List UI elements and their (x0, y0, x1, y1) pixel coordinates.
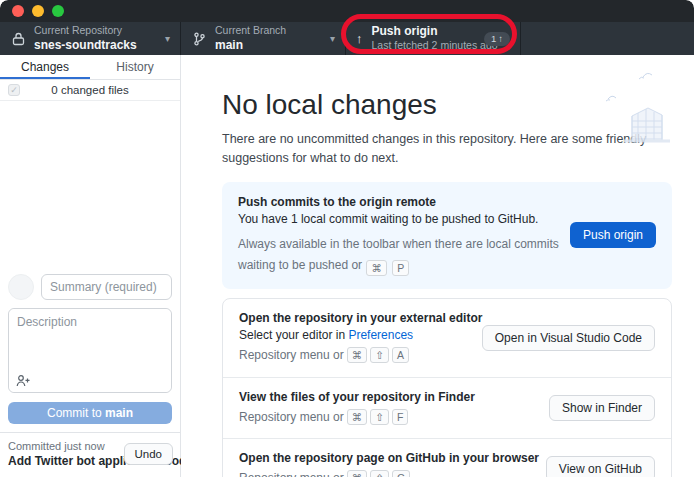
suggestion-card-push: Push commits to the origin remote You ha… (222, 182, 672, 289)
branch-name: main (215, 38, 324, 53)
commit-form: Commit to main (0, 266, 180, 432)
preferences-link[interactable]: Preferences (348, 328, 413, 342)
git-branch-icon (191, 32, 207, 46)
chevron-down-icon: ▾ (165, 33, 170, 44)
push-origin-button[interactable]: Push origin (570, 222, 656, 248)
toolbar: Current Repository snes-soundtracks ▾ Cu… (0, 22, 694, 55)
repository-label: Current Repository (34, 24, 159, 37)
changed-files-row: ✓ 0 changed files (0, 80, 180, 101)
push-origin-toolbar-button[interactable]: ↑ Push origin Last fetched 2 minutes ago… (346, 22, 521, 55)
row-body-text: Select your editor in (239, 328, 348, 342)
arrow-up-icon: ↑ (498, 33, 503, 45)
select-all-checkbox[interactable]: ✓ (8, 84, 20, 96)
key-p: P (392, 260, 409, 276)
suggestion-row-editor: Open the repository in your external edi… (223, 299, 671, 378)
current-repository-selector[interactable]: Current Repository snes-soundtracks ▾ (0, 22, 181, 55)
changed-files-count: 0 changed files (51, 84, 128, 96)
lock-icon (10, 32, 26, 46)
ahead-count: 1 (491, 33, 496, 45)
menu-hint-text: Repository menu or (239, 410, 344, 424)
suggestion-list: Open the repository in your external edi… (222, 298, 672, 477)
show-in-finder-button[interactable]: Show in Finder (549, 395, 655, 421)
changes-history-tabs: Changes History (0, 55, 180, 80)
key-cmd: ⌘ (347, 470, 368, 477)
minimize-window-button[interactable] (32, 5, 44, 17)
key-g: G (392, 470, 410, 477)
sidebar: Changes History ✓ 0 changed files (0, 55, 181, 477)
last-fetched-text: Last fetched 2 minutes ago (372, 39, 478, 52)
github-desktop-window: Current Repository snes-soundtracks ▾ Cu… (0, 0, 694, 477)
commit-to-main-button[interactable]: Commit to main (8, 402, 172, 424)
key-cmd: ⌘ (347, 409, 368, 425)
current-branch-selector[interactable]: Current Branch main ▾ (181, 22, 346, 55)
undo-button[interactable]: Undo (124, 443, 174, 465)
last-commit-undo-bar: Committed just now Add Twitter bot appli… (0, 432, 180, 477)
key-a: A (392, 347, 409, 363)
description-field-wrap (8, 308, 172, 393)
arrow-up-icon: ↑ (356, 31, 363, 46)
close-window-button[interactable] (12, 5, 24, 17)
row-title: Open the repository in your external edi… (239, 311, 655, 325)
suggestion-row-github: Open the repository page on GitHub in yo… (223, 439, 671, 477)
suggestion-row-finder: View the files of your repository in Fin… (223, 378, 671, 439)
ahead-commits-badge: 1 ↑ (484, 32, 510, 46)
zoom-window-button[interactable] (52, 5, 64, 17)
summary-input[interactable] (41, 274, 172, 300)
repository-name: snes-soundtracks (34, 38, 159, 53)
menu-hint-text: Repository menu or (239, 471, 344, 477)
push-origin-title: Push origin (372, 24, 478, 39)
key-shift: ⇧ (370, 347, 389, 363)
avatar (8, 274, 34, 300)
traffic-lights (12, 5, 64, 17)
add-coauthor-icon[interactable] (16, 374, 31, 387)
open-in-vscode-button[interactable]: Open in Visual Studio Code (482, 325, 655, 351)
commit-button-branch: main (105, 406, 133, 420)
key-shift: ⇧ (370, 409, 389, 425)
chevron-down-icon: ▾ (330, 33, 335, 44)
key-cmd: ⌘ (347, 347, 368, 363)
changes-empty-area (0, 101, 180, 266)
main-content: No local changes There are no uncommitte… (181, 55, 694, 477)
tab-history[interactable]: History (90, 55, 180, 79)
key-shift: ⇧ (370, 470, 389, 477)
branch-label: Current Branch (215, 24, 324, 37)
description-input[interactable] (9, 309, 171, 392)
tab-changes[interactable]: Changes (0, 55, 90, 79)
city-illustration (594, 71, 680, 148)
card-title: Push commits to the origin remote (238, 195, 656, 209)
view-on-github-button[interactable]: View on GitHub (546, 456, 655, 477)
commit-button-prefix: Commit to (47, 406, 105, 420)
key-f: F (392, 409, 408, 425)
key-cmd: ⌘ (366, 260, 387, 276)
titlebar (0, 0, 694, 22)
card-note: Always available in the toolbar when the… (238, 234, 573, 276)
menu-hint-text: Repository menu or (239, 348, 344, 362)
